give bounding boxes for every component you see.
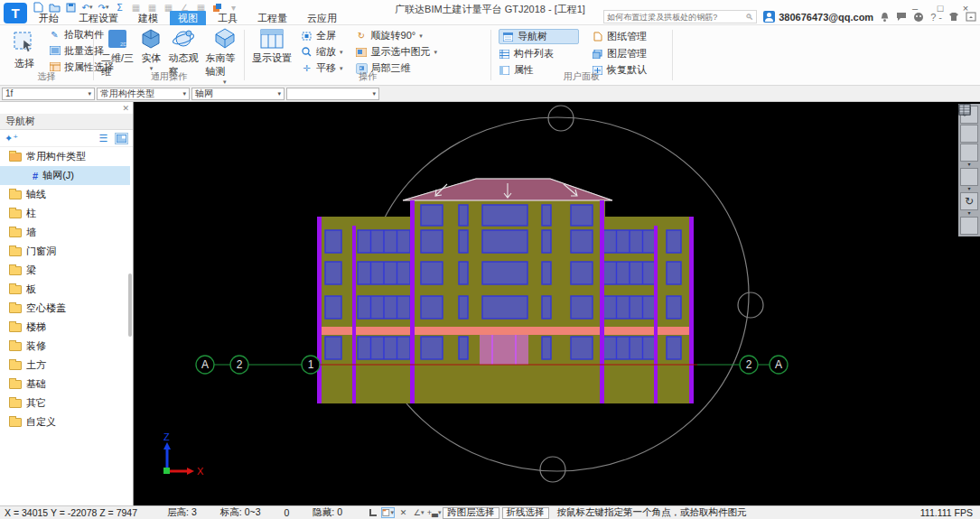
tree-item-slab[interactable]: 板 [0,280,130,299]
panel-close-icon[interactable]: ✕ [122,104,129,113]
snap-settings-icon[interactable]: +▃▾ [427,507,441,518]
ucs-z-label: Z [163,431,170,442]
floor-height-field: 层高:3 [167,506,197,519]
tree-item-foundation[interactable]: 基础 [0,375,130,394]
axis-bubble-a-left[interactable]: A [201,358,209,371]
folder-icon [9,266,22,275]
extra-value: 0 [285,507,290,518]
tab-tools[interactable]: 工具 [210,11,246,26]
tree-item-common-types[interactable]: 常用构件类型 [0,147,130,166]
grid-icon: # [33,171,38,181]
fullscreen-icon [301,31,313,42]
tree-item-openings[interactable]: 门窗洞 [0,242,130,261]
tab-start[interactable]: 开始 [31,11,67,26]
isometric-icon[interactable] [960,144,978,162]
tree-item-column[interactable]: 柱 [0,204,130,223]
tree-item-wall[interactable]: 墙 [0,223,130,242]
solid-icon[interactable] [960,168,978,186]
tree-item-earthwork[interactable]: 土方 [0,356,130,375]
sidebar-scrollbar[interactable] [128,273,132,337]
tree-item-hollow-floor[interactable]: 空心楼盖 [0,299,130,318]
statusbar: X = 34015 Y = -22078 Z = 7947 层高:3 标高:0~… [0,505,980,519]
solid-dropdown[interactable]: ▾ [967,187,970,191]
tree-item-axis-line[interactable]: 轴线 [0,185,130,204]
selection-mode-icon[interactable]: ▾ [381,507,395,518]
axis-bubble-2-left[interactable]: 2 [237,358,243,371]
display-settings-button[interactable]: 显示设置 [252,28,292,65]
help-search[interactable]: 🔍︎ [603,10,757,23]
search-icon[interactable]: 🔍︎ [745,13,753,22]
element-list-button[interactable]: 构件列表 [499,47,579,60]
cursor-coordinates: X = 34015 Y = -22078 Z = 7947 [0,507,167,518]
folder-open-icon [9,153,22,162]
bell-icon[interactable] [880,12,890,23]
element-list-icon [499,49,510,60]
drawing-management-button[interactable]: 图纸管理 [592,29,672,44]
account-email[interactable]: 380676473@qq.com [779,12,873,23]
list-view-icon[interactable]: ☰ [97,133,110,144]
avatar [763,11,775,23]
extra-combo[interactable]: ▾ [286,88,379,100]
sparkle-icon[interactable]: ✦⁺ [5,133,18,144]
panel-view-icon[interactable] [115,133,128,144]
isometric-dropdown[interactable]: ▾ [967,162,970,167]
app-logo[interactable]: T [4,3,27,23]
navigation-tree-button[interactable]: 导航树 [499,29,579,44]
tree-item-beam[interactable]: 梁 [0,261,130,280]
select-button[interactable]: 选择 [4,27,45,74]
model-viewport[interactable]: A 2 1 2 A Z X 2D ▾ [134,102,980,505]
category-combo[interactable]: 常用构件类型▾ [97,88,190,100]
chat-icon[interactable] [896,12,907,22]
clear-selection-icon[interactable]: ✕ [397,507,410,518]
folder-icon [9,323,22,332]
folder-icon [9,228,22,237]
account[interactable]: 380676473@qq.com [763,11,873,23]
tab-cloud[interactable]: 云应用 [299,11,345,26]
tree-item-decoration[interactable]: 装修 [0,337,130,356]
help-icon[interactable]: ? - [930,12,942,23]
folder-icon [9,342,22,351]
theme-icon[interactable] [948,12,959,22]
zoom-button[interactable]: 缩放▾ [301,45,343,59]
ribbon: 选择 ✎拾取构件 批量选择 按属性选择 选择 2D 二维/三维 实体 [0,25,980,86]
tree-item-stairs[interactable]: 楼梯 [0,318,130,337]
tree-item-axis-grid[interactable]: #轴网(J) [0,166,130,185]
cross-layer-select-button[interactable]: 跨图层选择 [443,507,499,519]
service-icon[interactable] [913,12,924,23]
layer-management-button[interactable]: 图层管理 [592,47,672,60]
tree-item-others[interactable]: 其它 [0,394,130,412]
axis-bubble-2-right[interactable]: 2 [746,358,752,371]
fps-counter: 111.111 FPS [920,507,980,518]
navigation-tree-panel: ✕ 导航树 ✦⁺ ☰ 常用构件类型 #轴网(J) 轴线 柱 墙 门窗洞 梁 板 … [0,102,134,505]
element-combo[interactable]: 轴网▾ [191,88,285,100]
show-selected-icon [356,47,368,58]
show-selected-button[interactable]: 显示选中图元▾ [356,45,438,59]
angle-snap-icon[interactable]: ∠▾ [412,507,425,518]
tab-project-settings[interactable]: 工程设置 [70,11,126,26]
tab-view[interactable]: 视图 [170,11,206,26]
rotate-dropdown[interactable]: ▾ [967,211,970,216]
floor-combo[interactable]: 1f▾ [2,88,95,100]
rotate-icon[interactable]: ↻ [960,192,978,210]
building-entrance [480,335,528,365]
solid-button[interactable]: 实体 ▾ [140,28,162,70]
2d3d-icon[interactable]: 2D [960,125,978,143]
tree-item-custom[interactable]: 自定义 [0,412,130,431]
fullscreen-button[interactable]: 全屏 [301,29,343,42]
hidden-field: 隐藏:0 [313,506,342,519]
collapse-ribbon-icon[interactable] [966,12,976,22]
folder-icon [9,361,22,370]
display-settings-icon[interactable] [960,217,978,235]
ribbon-group-panel: 导航树 图纸管理 构件列表 图层管理 属性 恢复默认 用户面板 [491,25,672,85]
tab-modeling[interactable]: 建模 [130,11,166,26]
folder-icon [9,285,22,294]
ortho-icon[interactable] [366,507,379,518]
polyline-select-button[interactable]: 折线选择 [502,507,549,519]
axis-bubble-a-right[interactable]: A [775,358,782,371]
pencil-icon: ✎ [49,29,61,40]
axis-bubble-1[interactable]: 1 [308,358,314,371]
rotate90-button[interactable]: ↻顺旋转90°▾ [356,29,438,42]
panel-title: 导航树 [0,114,133,130]
tab-quantities[interactable]: 工程量 [249,11,295,26]
search-input[interactable] [607,13,745,22]
